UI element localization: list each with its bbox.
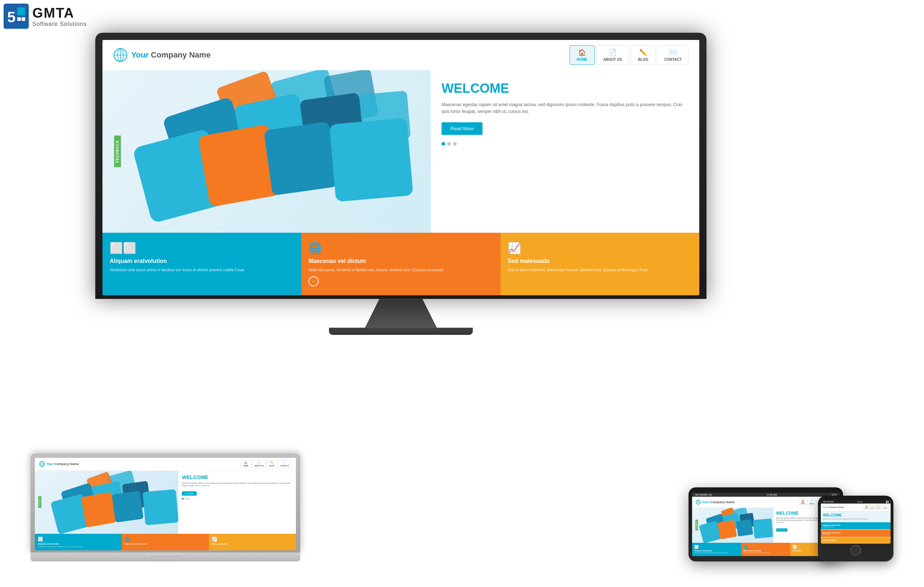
phone-battery: ▐▐ [885, 501, 888, 503]
nav-about[interactable]: 📄 ABOUT US [596, 45, 629, 65]
tablet-globe-icon [696, 499, 701, 504]
laptop-nav-contact[interactable]: ✉️ CONTACT [278, 460, 292, 468]
laptop-card-title-1: Aliquam eratvolution [38, 543, 119, 545]
devices-group: Your Company Name 🏠 HOME 📄 A [31, 33, 893, 572]
monitor-frame: Your Company Name 🏠 HOME 📄 A [95, 33, 706, 299]
nav-contact[interactable]: ✉️ CONTACT [658, 45, 688, 65]
phone-nav: 🏠 HOME 📄 ABOUT ✏️ BLOG [864, 504, 889, 510]
laptop-card-text-1: Vestibulum ante ipsum primis in faucibus… [38, 546, 119, 547]
feature-card-1[interactable]: ⬜⬜ Aliquam eratvolution Vestibulum ante … [102, 233, 301, 295]
laptop-hero-image: FEEDBACK [35, 471, 178, 534]
tablet-nav-home[interactable]: 🏠 HOME [799, 499, 807, 506]
tablet-feedback-tab: FEEDBACK [695, 520, 698, 531]
nav-about-label: ABOUT US [603, 58, 622, 61]
feature-card-2[interactable]: 🌐 Maecenas vel dictum Nulla odio purus, … [301, 233, 500, 295]
laptop-hero-body: Maecenas egestas sapien sit amet magna l… [182, 482, 292, 487]
svg-rect-31 [142, 489, 178, 525]
tablet-card-title-2: Maecenas vel dictum [744, 550, 789, 552]
tablet-about-icon: 📄 [810, 499, 813, 503]
feature-title-2: Maecenas vel dictum [309, 258, 493, 265]
laptop-hero: FEEDBACK [35, 471, 296, 534]
laptop-read-more[interactable]: Read More [182, 491, 197, 496]
nav-blog-label: BLOG [638, 58, 648, 61]
feature-cards: ⬜⬜ Aliquam eratvolution Vestibulum ante … [102, 233, 699, 295]
svg-rect-18 [264, 122, 338, 196]
nav-home-label: HOME [577, 58, 587, 61]
phone-card-2: Maecenas vel dictum Nulla odio purus. [821, 530, 891, 537]
hero-title: WELCOME [442, 81, 688, 96]
svg-rect-42 [736, 519, 753, 536]
desktop-monitor: Your Company Name 🏠 HOME 📄 A [95, 33, 706, 335]
phone-hero: WELCOME Maecenas egestas sapien sit amet… [821, 511, 891, 522]
phone-logo-text: Your Company Name [823, 506, 844, 508]
phone-card-title-3: Sed malesuada [823, 539, 889, 541]
phone-network: NETWORK [823, 501, 834, 503]
phone-frame: NETWORK 12:32 ▐▐ Your Company Name [818, 496, 893, 561]
phone-time: 12:32 [857, 501, 863, 503]
phone-nav-contact[interactable]: ✉️ CONTACT [881, 504, 889, 510]
tablet-hero: FEEDBACK [692, 508, 840, 543]
laptop-about-icon: 📄 [257, 461, 261, 465]
laptop-tiles-visual [35, 471, 178, 534]
svg-rect-41 [717, 520, 737, 539]
phone-card-text-2: Nulla odio purus. [823, 534, 889, 535]
company-name-highlight: Your [131, 50, 148, 60]
tablet-card-text-1: Vestibulum ante ipsum primis in faucibus… [694, 552, 739, 554]
phone-home-button[interactable] [850, 545, 861, 556]
tablet-home-icon: 🏠 [801, 499, 805, 503]
hero-image-area: FEEDBACK [102, 70, 431, 233]
nav-blog[interactable]: ✏️ BLOG [630, 45, 656, 65]
tablet-read-more[interactable]: Read More [776, 528, 788, 532]
site-nav: 🏠 HOME 📄 ABOUT US ✏️ BLOG [569, 45, 688, 65]
laptop-blog-icon: ✏️ [271, 461, 274, 465]
tablet-card-icon-2: 🌐 [744, 545, 789, 549]
tablet-card-icon-1: ⬜ [694, 545, 739, 549]
laptop-globe-icon [39, 461, 45, 467]
phone-card-text-1: Vestibulum ante ipsum. [823, 526, 889, 527]
laptop-dot-1 [182, 498, 184, 499]
feature-title-1: Aliquam eratvolution [110, 258, 294, 265]
phone-nav-about[interactable]: 📄 ABOUT [870, 504, 875, 510]
laptop-card-icon-2: 🌐 [125, 537, 206, 542]
laptop-nav-blog[interactable]: ✏️ BLOG [267, 460, 277, 468]
phone-nav-blog[interactable]: ✏️ BLOG [876, 504, 881, 510]
svg-rect-30 [112, 491, 144, 523]
feature-title-3: Sed malesuada [508, 258, 692, 265]
nav-home[interactable]: 🏠 HOME [569, 45, 595, 65]
dot-3[interactable] [453, 142, 457, 146]
arrow-icon[interactable]: → [309, 276, 318, 286]
laptop-nav-home[interactable]: 🏠 HOME [241, 460, 251, 468]
phone-website: Your Company Name 🏠 HOME 📄 ABOUT [821, 504, 891, 544]
tablet-website: Your Company Name 🏠 HOME 📄 A [692, 497, 840, 556]
tablet-network: NETWORK 3G [695, 493, 712, 496]
laptop-card-title-3: Sed malesuada [212, 543, 293, 545]
tablet-card-title-1: Aliquam eratvolution [694, 550, 739, 552]
laptop-screen-frame: Your Company Name 🏠 HOME 📄 A [31, 453, 300, 552]
laptop-dots [182, 498, 292, 499]
feature-card-3[interactable]: 📈 Sed malesuada Cras in libero imperdiet… [500, 233, 699, 295]
tablet-nav-about[interactable]: 📄 ABOUT [807, 499, 816, 506]
smartphone: NETWORK 12:32 ▐▐ Your Company Name [818, 496, 893, 561]
laptop-dot-3 [188, 498, 190, 499]
svg-rect-29 [81, 492, 117, 527]
hero-section: FEEDBACK [102, 70, 699, 233]
laptop-logo: Your Company Name [39, 461, 79, 467]
tablet-card-2: 🌐 Maecenas vel dictum Nulla odio purus, … [741, 543, 790, 556]
dot-1[interactable] [442, 142, 445, 146]
phone-card-1: Aliquam eratvolution Vestibulum ante ips… [821, 522, 891, 529]
laptop-nav-about[interactable]: 📄 ABOUT US [252, 460, 266, 468]
feedback-tab: FEEDBACK [114, 136, 121, 167]
laptop-card-3: 📈 Sed malesuada [209, 534, 296, 550]
phone-cards: Aliquam eratvolution Vestibulum ante ips… [821, 522, 891, 544]
dot-2[interactable] [447, 142, 451, 146]
tablet-logo: Your Company Name [696, 499, 734, 504]
laptop-hero-text: WELCOME Maecenas egestas sapien sit amet… [178, 471, 296, 534]
phone-hero-body: Maecenas egestas sapien sit amet magna l… [823, 518, 888, 520]
hero-body: Maecenas egestas sapien sit amet magna l… [442, 101, 688, 115]
phone-nav-home[interactable]: 🏠 HOME [864, 504, 869, 510]
site-header: Your Company Name 🏠 HOME 📄 A [102, 40, 699, 70]
main-container: Your Company Name 🏠 HOME 📄 A [0, 18, 924, 587]
laptop-cards: ⬜ Aliquam eratvolution Vestibulum ante i… [35, 534, 296, 550]
read-more-button[interactable]: Read More [442, 122, 482, 135]
tablet-tiles-visual [692, 508, 773, 543]
